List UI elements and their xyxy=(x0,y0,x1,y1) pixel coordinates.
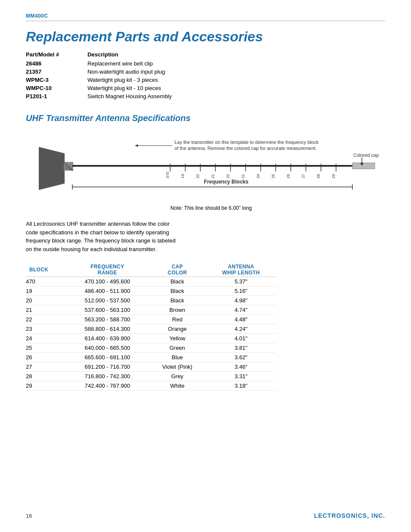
length-cell: 4.98" xyxy=(206,296,276,305)
freq-cell: 742.400 - 767.900 xyxy=(66,381,148,391)
length-cell: 3.62" xyxy=(206,353,276,362)
part-model: WPMC-3 xyxy=(26,76,87,84)
block-cell: 22 xyxy=(26,315,66,324)
page-header: MM400C xyxy=(26,13,385,21)
length-cell: 5.16" xyxy=(206,286,276,296)
length-cell: 4.74" xyxy=(206,305,276,315)
freq-cell: 470.100 - 495.600 xyxy=(66,277,148,286)
col-length-header: ANTENNA WHIP LENGTH xyxy=(206,262,276,277)
freq-cell: 665.600 - 691.100 xyxy=(66,353,148,362)
diagram-note: Note: This line should be 6.00" long xyxy=(60,205,362,211)
parts-row: WMPC-10Watertight plug kit - 10 pieces xyxy=(26,84,224,92)
length-cell: 3.81" xyxy=(206,343,276,353)
page-number: 16 xyxy=(26,513,32,519)
col-desc-header: Description xyxy=(87,51,224,59)
svg-marker-34 xyxy=(135,144,138,147)
svg-text:25: 25 xyxy=(271,174,275,178)
freq-cell: 512.000 - 537.500 xyxy=(66,296,148,305)
cap-cell: Yellow xyxy=(148,334,206,343)
block-cell: 20 xyxy=(26,296,66,305)
length-cell: 3.31" xyxy=(206,372,276,381)
part-desc: Replacement wire belt clip xyxy=(87,59,224,68)
freq-cell: 614.400 - 639.900 xyxy=(66,334,148,343)
freq-cell: 563.200 - 588.700 xyxy=(66,315,148,324)
page-footer: 16 LECTROSONICS, INC. xyxy=(26,512,385,519)
freq-row: 28 716.800 - 742.300 Grey 3.31" xyxy=(26,372,276,381)
freq-row: 24 614.400 - 639.900 Yellow 4.01" xyxy=(26,334,276,343)
part-model: WMPC-10 xyxy=(26,84,87,92)
part-desc: Watertight plug kit - 10 pieces xyxy=(87,84,224,92)
freq-cell: 486.400 - 511.900 xyxy=(66,286,148,296)
cap-cell: Green xyxy=(148,343,206,353)
cap-cell: Black xyxy=(148,296,206,305)
parts-table: Part/Model # Description 26486Replacemen… xyxy=(26,51,224,100)
length-cell: 5.37" xyxy=(206,277,276,286)
block-cell: 19 xyxy=(26,286,66,296)
block-cell: 24 xyxy=(26,334,66,343)
svg-text:26: 26 xyxy=(286,174,290,178)
freq-row: 25 640.000 - 665.500 Green 3.81" xyxy=(26,343,276,353)
length-cell: 4.48" xyxy=(206,315,276,324)
svg-text:Lay the transmitter on this te: Lay the transmitter on this template to … xyxy=(174,140,319,145)
freq-cell: 640.000 - 665.500 xyxy=(66,343,148,353)
svg-text:Frequency Blocks: Frequency Blocks xyxy=(204,179,249,185)
block-cell: 29 xyxy=(26,381,66,391)
freq-row: 19 486.400 - 511.900 Black 5.16" xyxy=(26,286,276,296)
freq-row: 470 470.100 - 495.600 Black 5.37" xyxy=(26,277,276,286)
block-cell: 470 xyxy=(26,277,66,286)
parts-row: 21357Non-watertight audio input plug xyxy=(26,68,224,76)
length-cell: 3.18" xyxy=(206,381,276,391)
col-freq-header: FREQUENCY RANGE xyxy=(66,262,148,277)
svg-text:22: 22 xyxy=(226,174,230,178)
freq-row: 29 742.400 - 767.900 White 3.18" xyxy=(26,381,276,391)
frequency-table: BLOCK FREQUENCY RANGE CAP COLOR ANTENNA … xyxy=(26,262,276,391)
part-model: 21357 xyxy=(26,68,87,76)
cap-cell: Orange xyxy=(148,324,206,334)
svg-text:of the antenna. Remove the col: of the antenna. Remove the colored cap f… xyxy=(174,146,317,151)
part-desc: Watertight plug kit - 3 pieces xyxy=(87,76,224,84)
block-cell: 27 xyxy=(26,362,66,372)
freq-row: 20 512.000 - 537.500 Black 4.98" xyxy=(26,296,276,305)
svg-text:27: 27 xyxy=(301,174,305,178)
part-model: P1201-1 xyxy=(26,92,87,100)
length-cell: 4.01" xyxy=(206,334,276,343)
col-block-header: BLOCK xyxy=(26,262,66,277)
block-cell: 26 xyxy=(26,353,66,362)
freq-row: 27 691.200 - 716.700 Violet (Pink) 3.46" xyxy=(26,362,276,372)
length-cell: 3.46" xyxy=(206,362,276,372)
svg-text:21: 21 xyxy=(211,174,215,178)
freq-row: 22 563.200 - 588.700 Red 4.48" xyxy=(26,315,276,324)
cap-cell: Red xyxy=(148,315,206,324)
length-cell: 4.24" xyxy=(206,324,276,334)
colored-cap xyxy=(352,163,375,169)
col-part-header: Part/Model # xyxy=(26,51,87,59)
part-desc: Switch Magnet Housing Assembly xyxy=(87,92,224,100)
antenna-diagram: 470 19 20 21 22 21 24 25 26 27 28 29 Lay… xyxy=(26,132,383,201)
cap-cell: Violet (Pink) xyxy=(148,362,206,372)
col-cap-header: CAP COLOR xyxy=(148,262,206,277)
part-model: 26486 xyxy=(26,59,87,68)
svg-text:20: 20 xyxy=(196,174,200,178)
freq-cell: 588.800 - 614.300 xyxy=(66,324,148,334)
freq-cell: 691.200 - 716.700 xyxy=(66,362,148,372)
cap-cell: Black xyxy=(148,277,206,286)
svg-text:24: 24 xyxy=(256,174,260,178)
freq-cell: 716.800 - 742.300 xyxy=(66,372,148,381)
block-cell: 21 xyxy=(26,305,66,315)
block-cell: 28 xyxy=(26,372,66,381)
cap-cell: White xyxy=(148,381,206,391)
antenna-section-title: UHF Transmitter Antenna Specifications xyxy=(26,113,385,123)
freq-row: 26 665.600 - 691.100 Blue 3.62" xyxy=(26,353,276,362)
freq-row: 23 588.800 - 614.300 Orange 4.24" xyxy=(26,324,276,334)
freq-row: 21 537.600 - 563.100 Brown 4.74" xyxy=(26,305,276,315)
svg-text:21: 21 xyxy=(241,174,245,178)
block-cell: 23 xyxy=(26,324,66,334)
block-cell: 25 xyxy=(26,343,66,353)
cap-cell: Grey xyxy=(148,372,206,381)
parts-row: WPMC-3Watertight plug kit - 3 pieces xyxy=(26,76,224,84)
page-title: Replacement Parts and Accessories xyxy=(26,29,385,45)
company-name: LECTROSONICS, INC. xyxy=(314,512,385,519)
part-desc: Non-watertight audio input plug xyxy=(87,68,224,76)
svg-text:19: 19 xyxy=(181,174,185,178)
model-label: MM400C xyxy=(26,13,48,19)
